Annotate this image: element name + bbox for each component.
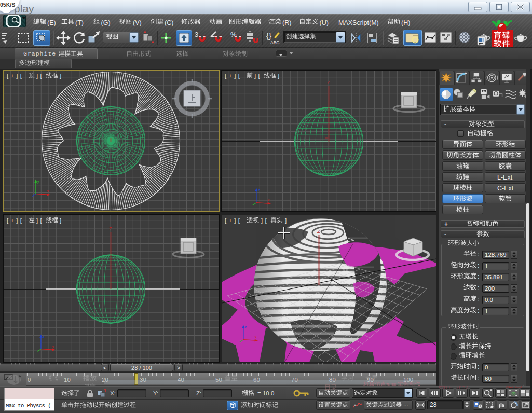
- svg-text:Z: Z: [109, 226, 112, 231]
- svg-text:{}: {}: [266, 31, 271, 40]
- svg-text:x: x: [268, 198, 270, 202]
- svg-text:z: z: [43, 335, 45, 338]
- svg-text:y: y: [52, 345, 54, 349]
- svg-text:x: x: [47, 189, 49, 193]
- svg-text:3: 3: [195, 31, 198, 38]
- svg-text:y: y: [37, 180, 39, 184]
- svg-text:x: x: [255, 335, 257, 339]
- svg-text:ABC: ABC: [270, 40, 279, 45]
- svg-text:Z: Z: [327, 80, 330, 85]
- svg-text:Z: Z: [317, 229, 320, 234]
- svg-text:z: z: [245, 325, 247, 329]
- svg-text:z: z: [258, 188, 260, 192]
